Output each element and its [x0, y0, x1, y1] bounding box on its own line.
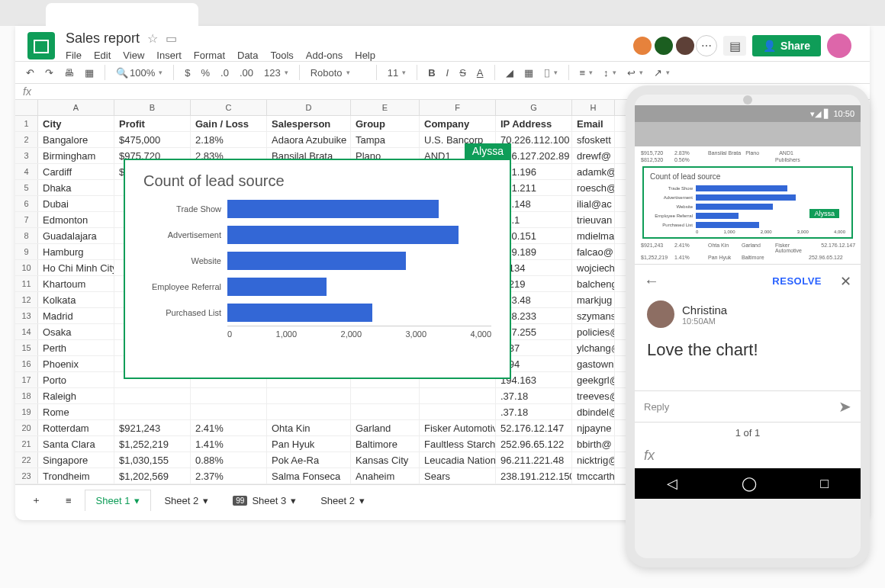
phone-mini-sheet[interactable]: $915,7202.83%Bansilal BrataPlanoAND1$812…	[635, 146, 861, 264]
cell[interactable]: Trondheim	[38, 468, 114, 484]
currency-button[interactable]: $	[182, 66, 193, 80]
menu-file[interactable]: File	[66, 50, 82, 61]
cell[interactable]: Hamburg	[38, 244, 114, 259]
cell[interactable]: policies@	[572, 324, 615, 339]
phone-formula-bar[interactable]: fx	[635, 443, 861, 468]
cell[interactable]: Sears	[420, 468, 496, 484]
cell[interactable]: ylchang@	[572, 340, 615, 355]
document-title[interactable]: Sales report	[66, 31, 140, 47]
cell[interactable]: Group	[351, 116, 420, 131]
cell[interactable]	[351, 388, 420, 403]
cell[interactable]: Porto	[38, 372, 114, 387]
cell[interactable]: $1,252,219	[114, 436, 191, 451]
row-header[interactable]: 17	[15, 372, 38, 387]
comments-button[interactable]: ▤	[723, 36, 746, 56]
browser-tab[interactable]	[46, 3, 198, 26]
cell[interactable]: markjug	[572, 292, 615, 307]
move-folder-icon[interactable]: ▭	[166, 31, 177, 46]
bold-button[interactable]: B	[425, 66, 438, 80]
reply-input[interactable]: Reply ➤	[635, 390, 861, 423]
cell[interactable]: Madrid	[38, 308, 114, 323]
row-header[interactable]: 12	[15, 292, 38, 307]
paint-format-button[interactable]: ▦	[82, 66, 97, 80]
cell[interactable]: .37.18	[496, 404, 572, 419]
cell[interactable]: wojciech	[572, 260, 615, 275]
row-header[interactable]: 23	[15, 468, 38, 484]
borders-button[interactable]: ▦	[521, 66, 536, 80]
rotate-dropdown[interactable]: ↗	[651, 66, 673, 80]
cell[interactable]: Faultless Starch/Bo	[420, 436, 496, 451]
cell[interactable]: 2.18%	[191, 132, 267, 147]
cell[interactable]: Khartoum	[38, 276, 114, 291]
sheet-tab[interactable]: Sheet 1 ▾	[85, 490, 152, 511]
sheet-tab[interactable]: Sheet 2 ▾	[309, 490, 376, 512]
row-header[interactable]: 6	[15, 196, 38, 211]
cell[interactable]: Singapore	[38, 452, 114, 468]
valign-dropdown[interactable]: ↕	[600, 66, 620, 80]
italic-button[interactable]: I	[443, 66, 452, 80]
cell[interactable]: trieuvan	[572, 212, 615, 227]
cell[interactable]: $921,243	[114, 420, 191, 435]
cell[interactable]: .37.18	[496, 388, 572, 403]
menu-insert[interactable]: Insert	[156, 50, 182, 61]
row-header[interactable]: 16	[15, 356, 38, 371]
cell[interactable]: adamk@	[572, 164, 615, 179]
cell[interactable]	[114, 404, 191, 419]
cell[interactable]: Email	[572, 116, 615, 131]
menu-data[interactable]: Data	[237, 50, 258, 61]
cell[interactable]: Kansas City	[351, 452, 420, 468]
cell[interactable]	[267, 388, 351, 403]
cell[interactable]: Dhaka	[38, 180, 114, 195]
cell[interactable]: Ohta Kin	[267, 420, 351, 435]
cell[interactable]: mdielma	[572, 228, 615, 243]
cell[interactable]: Salma Fonseca	[267, 468, 351, 484]
phone-chart[interactable]: Count of lead source Trade ShowAdvertise…	[642, 166, 853, 239]
close-icon[interactable]: ✕	[840, 273, 851, 290]
cell[interactable]: Ho Chi Minh City	[38, 260, 114, 275]
collaborator-avatar[interactable]	[653, 35, 674, 56]
menu-help[interactable]: Help	[355, 50, 375, 61]
cell[interactable]: ilial@ac	[572, 196, 615, 211]
cell[interactable]: Perth	[38, 340, 114, 355]
cell[interactable]: Anaheim	[351, 468, 420, 484]
cell[interactable]	[420, 388, 496, 403]
cell[interactable]: Guadalajara	[38, 228, 114, 243]
cell[interactable]: Bangalore	[38, 132, 114, 147]
row-header[interactable]: 5	[15, 180, 38, 195]
row-header[interactable]: 3	[15, 148, 38, 163]
cell[interactable]: 2.37%	[191, 468, 267, 484]
cell[interactable]: treeves@	[572, 388, 615, 403]
menu-add-ons[interactable]: Add-ons	[306, 50, 343, 61]
row-header[interactable]: 7	[15, 212, 38, 227]
collaborator-more-icon[interactable]: ⋯	[696, 35, 717, 56]
column-header[interactable]: H	[572, 100, 615, 115]
cell[interactable]: Gain / Loss	[191, 116, 267, 131]
cell[interactable]: Tampa	[351, 132, 420, 147]
cell[interactable]: 2.41%	[191, 420, 267, 435]
row-header[interactable]: 2	[15, 132, 38, 147]
percent-button[interactable]: %	[198, 66, 213, 80]
cell[interactable]: tmccarth	[572, 468, 615, 484]
decrease-decimal-button[interactable]: .0	[217, 66, 232, 80]
text-color-button[interactable]: A	[474, 66, 487, 80]
cell[interactable]: Baltimore	[351, 436, 420, 451]
merge-dropdown[interactable]: ⌷	[541, 66, 561, 80]
cell[interactable]: $1,030,155	[114, 452, 191, 468]
nav-home-icon[interactable]: ◯	[742, 475, 757, 492]
nav-recent-icon[interactable]: □	[820, 476, 829, 492]
cell[interactable]: Birmingham	[38, 148, 114, 163]
cell[interactable]: drewf@	[572, 148, 615, 163]
cell[interactable]: 1.41%	[191, 436, 267, 451]
cell[interactable]	[191, 388, 267, 403]
column-header[interactable]: D	[267, 100, 351, 115]
resolve-button[interactable]: RESOLVE	[772, 275, 822, 287]
account-avatar[interactable]	[827, 34, 851, 58]
column-header[interactable]: A	[38, 100, 114, 115]
cell[interactable]: 52.176.12.147	[496, 420, 572, 435]
cell[interactable]: 252.96.65.122	[496, 436, 572, 451]
sheets-app-icon[interactable]	[27, 32, 55, 59]
row-header[interactable]: 19	[15, 404, 38, 419]
cell[interactable]: Dubai	[38, 196, 114, 211]
row-header[interactable]: 4	[15, 164, 38, 179]
row-header[interactable]: 9	[15, 244, 38, 259]
